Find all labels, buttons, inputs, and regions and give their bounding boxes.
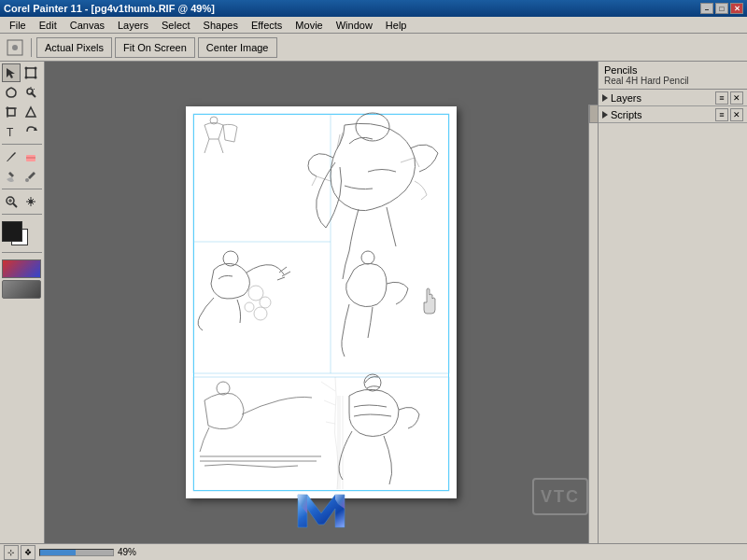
- layers-panel-controls[interactable]: ≡ ✕: [715, 91, 743, 105]
- brush-category: Pencils: [604, 64, 741, 76]
- tool-select[interactable]: [2, 63, 21, 82]
- svg-point-1: [12, 45, 18, 50]
- scripts-panel-label: Scripts: [602, 109, 642, 120]
- tool-separator-4: [2, 252, 42, 253]
- status-icon-2[interactable]: ❖: [21, 545, 35, 560]
- tool-separator-2: [2, 189, 42, 189]
- svg-point-33: [260, 297, 271, 308]
- menu-bar: File Edit Canvas Layers Select Shapes Ef…: [0, 17, 747, 34]
- tool-row-3: [2, 103, 42, 121]
- svg-line-10: [34, 89, 35, 90]
- toolbox: T: [0, 62, 45, 543]
- svg-point-8: [27, 89, 33, 94]
- svg-point-5: [25, 77, 28, 79]
- toolbar-paint-icon[interactable]: [4, 36, 26, 59]
- scripts-close-button[interactable]: ✕: [730, 108, 743, 121]
- svg-text:T: T: [7, 126, 14, 138]
- tool-row-1: [2, 63, 42, 82]
- menu-effects[interactable]: Effects: [246, 19, 288, 32]
- tool-eyedropper[interactable]: [21, 167, 40, 186]
- actual-pixels-button[interactable]: Actual Pixels: [36, 37, 112, 58]
- svg-point-19: [25, 178, 29, 182]
- foreground-color[interactable]: [2, 221, 22, 242]
- sketch-artwork: [186, 106, 457, 498]
- media-buttons: [2, 259, 42, 299]
- tool-text[interactable]: T: [2, 122, 21, 141]
- tool-eraser[interactable]: [21, 147, 40, 166]
- svg-marker-14: [26, 107, 35, 117]
- scripts-menu-button[interactable]: ≡: [715, 108, 728, 121]
- svg-point-6: [35, 77, 37, 79]
- menu-movie[interactable]: Movie: [289, 19, 328, 32]
- scrollbar-thumb[interactable]: [589, 105, 599, 123]
- title-text: Corel Painter 11 - [pg4v1thumb.RIF @ 49%…: [4, 3, 215, 14]
- toolbar: Actual Pixels Fit On Screen Center Image: [0, 34, 747, 62]
- zoom-label: 49%: [118, 547, 146, 557]
- svg-point-34: [245, 302, 254, 312]
- svg-point-4: [35, 67, 37, 70]
- media-swatch-1[interactable]: [2, 259, 41, 278]
- close-button[interactable]: ✕: [730, 3, 743, 14]
- layers-label: Layers: [611, 92, 641, 104]
- svg-rect-26: [193, 377, 449, 491]
- color-area: [2, 221, 42, 249]
- svg-point-35: [254, 307, 267, 320]
- menu-file[interactable]: File: [4, 19, 32, 32]
- canvas-area[interactable]: VTC: [45, 62, 598, 543]
- tool-row-7: [2, 192, 42, 211]
- tool-rotate[interactable]: [21, 122, 40, 141]
- minimize-button[interactable]: –: [700, 3, 713, 14]
- svg-line-21: [13, 203, 17, 207]
- tool-lasso[interactable]: [2, 83, 21, 102]
- tool-row-6: [2, 167, 42, 186]
- layers-menu-button[interactable]: ≡: [715, 91, 728, 105]
- tool-row-5: [2, 147, 42, 166]
- tool-magic-wand[interactable]: [21, 83, 40, 102]
- tool-shape[interactable]: [21, 103, 40, 121]
- menu-window[interactable]: Window: [331, 19, 378, 32]
- tool-separator-3: [2, 214, 42, 215]
- scripts-panel-controls[interactable]: ≡ ✕: [715, 108, 743, 121]
- fit-on-screen-button[interactable]: Fit On Screen: [115, 37, 195, 58]
- menu-layers[interactable]: Layers: [112, 19, 154, 32]
- toolbar-separator-1: [31, 38, 32, 57]
- scripts-label: Scripts: [611, 109, 642, 120]
- tool-brush[interactable]: [2, 147, 21, 166]
- svg-rect-11: [7, 108, 15, 116]
- svg-rect-2: [26, 68, 35, 77]
- tool-fill[interactable]: [2, 167, 21, 186]
- zoom-bar[interactable]: [39, 549, 114, 556]
- status-bar: ⊹ ❖ 49%: [0, 543, 747, 560]
- svg-point-3: [25, 67, 28, 70]
- main-layout: T: [0, 62, 747, 543]
- tool-row-4: T: [2, 122, 42, 141]
- media-swatch-2[interactable]: [2, 280, 41, 299]
- right-scrollbar[interactable]: [588, 105, 598, 543]
- vtc-watermark: VTC: [532, 478, 588, 515]
- right-panel: Pencils Real 4H Hard Pencil Layers ≡ ✕: [598, 62, 747, 543]
- menu-help[interactable]: Help: [380, 19, 413, 32]
- tool-zoom[interactable]: [2, 192, 21, 211]
- zoom-fill: [40, 550, 76, 555]
- vtc-text: VTC: [541, 487, 580, 507]
- tool-pan[interactable]: [21, 192, 40, 211]
- tool-transform[interactable]: [21, 63, 40, 82]
- menu-edit[interactable]: Edit: [34, 19, 63, 32]
- scripts-triangle-icon: [602, 109, 608, 120]
- menu-select[interactable]: Select: [156, 19, 196, 32]
- menu-shapes[interactable]: Shapes: [198, 19, 244, 32]
- layers-panel-row[interactable]: Layers ≡ ✕: [599, 90, 747, 106]
- center-image-button[interactable]: Center Image: [198, 37, 277, 58]
- maximize-button[interactable]: □: [715, 3, 728, 14]
- scripts-panel-row[interactable]: Scripts ≡ ✕: [599, 106, 747, 123]
- layers-close-button[interactable]: ✕: [730, 91, 743, 105]
- title-bar-controls[interactable]: – □ ✕: [700, 3, 743, 14]
- title-bar: Corel Painter 11 - [pg4v1thumb.RIF @ 49%…: [0, 0, 747, 17]
- logo-watermark: [293, 485, 349, 534]
- menu-canvas[interactable]: Canvas: [64, 19, 110, 32]
- tool-row-2: [2, 83, 42, 102]
- status-icon-1[interactable]: ⊹: [4, 545, 19, 560]
- svg-rect-25: [193, 114, 449, 373]
- svg-point-37: [217, 382, 230, 395]
- tool-crop[interactable]: [2, 103, 21, 121]
